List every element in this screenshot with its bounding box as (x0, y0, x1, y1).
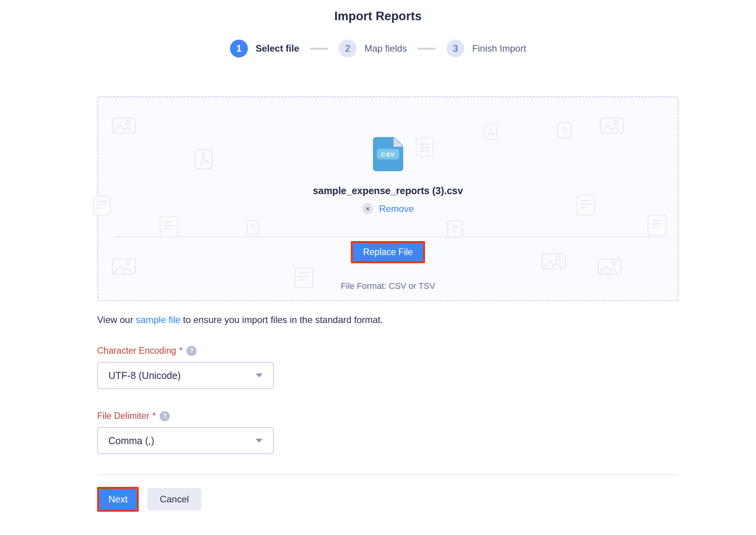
file-delimiter-select[interactable]: Comma (,) (97, 427, 274, 454)
help-icon[interactable]: ? (160, 411, 170, 421)
sample-line-suffix: to ensure you import files in the standa… (180, 314, 383, 325)
help-icon[interactable]: ? (186, 346, 197, 356)
remove-label: Remove (379, 203, 414, 214)
uploaded-file-name: sample_expense_reports (3).csv (313, 185, 463, 196)
replace-file-button[interactable]: Replace File (353, 243, 423, 261)
step-connector (310, 48, 328, 50)
step-3-label: Finish Import (472, 43, 526, 54)
file-delimiter-value: Comma (,) (108, 435, 154, 446)
step-1-circle: 1 (230, 40, 248, 57)
step-2-label: Map fields (364, 43, 407, 54)
chevron-down-icon (256, 439, 263, 443)
step-1-label: Select file (256, 43, 299, 54)
file-delimiter-label: File Delimiter * ? (97, 411, 756, 421)
csv-file-icon: CSV (373, 137, 403, 171)
remove-file-button[interactable]: × Remove (360, 203, 416, 215)
chevron-down-icon (256, 373, 263, 377)
required-mark: * (179, 346, 183, 356)
character-encoding-field: Character Encoding * ? UTF-8 (Unicode) (97, 346, 756, 389)
next-button-highlight: Next (97, 487, 139, 512)
file-format-hint: File Format: CSV or TSV (341, 281, 435, 291)
step-3-circle: 3 (446, 40, 464, 57)
page-title: Import Reports (0, 0, 756, 23)
required-mark: * (152, 411, 156, 421)
step-connector (418, 48, 435, 50)
file-delimiter-field: File Delimiter * ? Comma (,) (97, 411, 756, 454)
import-reports-page: Import Reports 1 Select file 2 Map field… (0, 0, 756, 535)
step-finish-import: 3 Finish Import (446, 40, 526, 57)
step-select-file: 1 Select file (230, 40, 299, 57)
step-map-fields: 2 Map fields (339, 40, 407, 57)
close-icon: × (362, 203, 373, 214)
file-dropzone[interactable]: CSV sample_expense_reports (3).csv × Rem… (97, 96, 679, 301)
replace-file-highlight: Replace File (351, 241, 425, 263)
sample-file-link[interactable]: sample file (136, 314, 181, 325)
cancel-button[interactable]: Cancel (147, 488, 201, 511)
sample-line-prefix: View our (97, 314, 136, 325)
sample-file-line: View our sample file to ensure you impor… (97, 314, 756, 325)
csv-type-badge: CSV (377, 149, 399, 160)
step-2-circle: 2 (339, 40, 357, 57)
character-encoding-select[interactable]: UTF-8 (Unicode) (97, 362, 274, 389)
next-button[interactable]: Next (99, 489, 137, 510)
character-encoding-value: UTF-8 (Unicode) (108, 370, 181, 381)
character-encoding-label: Character Encoding * ? (97, 346, 756, 356)
footer-divider (97, 474, 679, 475)
footer-actions: Next Cancel (97, 487, 756, 512)
stepper: 1 Select file 2 Map fields 3 Finish Impo… (0, 40, 756, 57)
